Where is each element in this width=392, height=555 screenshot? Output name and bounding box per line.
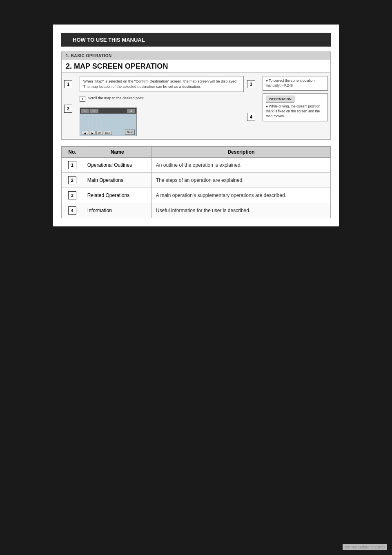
section-header: HOW TO USE THIS MANUAL (61, 33, 331, 47)
table-header-description: Description (151, 147, 330, 158)
diagram-left-content: When "Map" is selected on the "Confirm D… (80, 76, 244, 136)
diagram-main-title: 2. MAP SCREEN OPERATION (62, 60, 330, 73)
diagram-right-content: ● To correct the current position manual… (263, 76, 328, 136)
row-badge-3: 3 (68, 191, 76, 199)
map-ctrl-3: OK (96, 131, 103, 135)
diagram-container: 1. BASIC OPERATION 2. MAP SCREEN OPERATI… (61, 51, 331, 140)
marker-1: 1 (64, 80, 72, 88)
map-btn-2: S (90, 109, 98, 113)
row-badge-1: 1 (68, 161, 76, 169)
step-text: Scroll the map to the desired point. (88, 96, 145, 100)
info-4-text: ● While driving, the current position ma… (266, 104, 325, 119)
callout-box-1: When "Map" is selected on the "Confirm D… (80, 76, 244, 92)
table-cell-name: Related Operations (83, 188, 151, 203)
header-bar (66, 35, 69, 44)
table-cell-no: 4 (62, 203, 83, 218)
numbered-step-1: 1 Scroll the map to the desired point. (80, 94, 244, 103)
diagram-title-bar: 1. BASIC OPERATION (62, 52, 330, 60)
table-cell-description: A main operation's supplementary operati… (151, 188, 330, 203)
left-markers: 1 2 (64, 76, 76, 136)
table-row: 1Operational OutlinesAn outline of the o… (62, 158, 331, 173)
table-cell-no: 3 (62, 188, 83, 203)
map-scale: Dest (125, 130, 135, 135)
table-header-name: Name (83, 147, 151, 158)
marker-3: 3 (247, 80, 255, 88)
info-box-4: INFORMATION ● While driving, the current… (263, 93, 328, 121)
marker-4: 4 (247, 113, 255, 121)
watermark: carmanualsonline.info (343, 544, 387, 550)
map-ctrl-1: ◀ (82, 131, 88, 135)
info-table: No. Name Description 1Operational Outlin… (61, 146, 331, 218)
table-cell-no: 2 (62, 173, 83, 188)
map-btn-1: N (81, 109, 89, 113)
table-cell-name: Main Operations (83, 173, 151, 188)
section-header-label: HOW TO USE THIS MANUAL (73, 37, 145, 43)
map-area: Dest ◀ ▶ OK Dest (80, 114, 136, 136)
table-cell-name: Information (83, 203, 151, 218)
map-btn-3: ⊕ (127, 109, 135, 113)
info-3-text: ● To correct the current position manual… (266, 78, 314, 87)
map-toolbar: N S ⊕ (80, 108, 136, 114)
info-label: INFORMATION (266, 96, 294, 103)
map-ctrl-dest: Dest (104, 131, 112, 135)
marker-2: 2 (64, 105, 72, 113)
table-cell-name: Operational Outlines (83, 158, 151, 173)
table-row: 4InformationUseful information for the u… (62, 203, 331, 218)
map-ctrl-2: ▶ (89, 131, 96, 135)
table-row: 3Related OperationsA main operation's su… (62, 188, 331, 203)
table-cell-description: The steps of an operation are explained. (151, 173, 330, 188)
row-badge-4: 4 (68, 206, 76, 215)
table-header-no: No. (62, 147, 83, 158)
map-controls: ◀ ▶ OK Dest (82, 131, 112, 135)
table-cell-description: Useful information for the user is descr… (151, 203, 330, 218)
diagram-body: 1 2 When "Map" is selected on the "Confi… (62, 73, 330, 139)
table-cell-no: 1 (62, 158, 83, 173)
table-cell-description: An outline of the operation is explained… (151, 158, 330, 173)
info-box-3: ● To correct the current position manual… (263, 76, 328, 91)
map-preview: N S ⊕ Dest ◀ ▶ OK Dest (80, 107, 137, 136)
step-number: 1 (80, 96, 85, 102)
row-badge-2: 2 (68, 176, 76, 184)
right-markers: 3 4 (247, 76, 259, 136)
table-row: 2Main OperationsThe steps of an operatio… (62, 173, 331, 188)
